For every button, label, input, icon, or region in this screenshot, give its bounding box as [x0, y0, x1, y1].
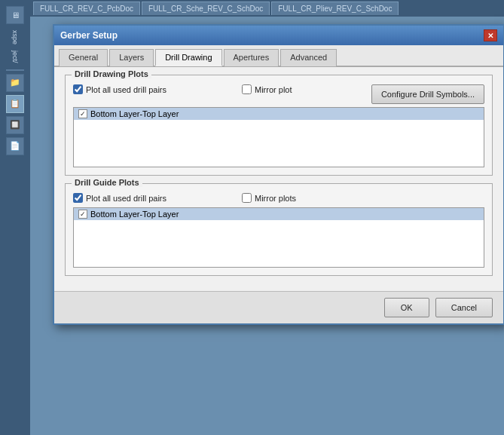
divider	[6, 69, 24, 71]
top-tab-1[interactable]: FULL_CR_REV_C_PcbDoc	[33, 2, 140, 15]
taskbar-icon-doc[interactable]: 📄	[6, 137, 24, 155]
list-item-checkbox	[78, 210, 87, 219]
guide-mirror-text: Mirror plots	[255, 194, 296, 203]
tab-apertures[interactable]: Apertures	[224, 49, 279, 66]
tab-advanced[interactable]: Advanced	[280, 49, 337, 66]
taskbar-icon-box[interactable]: 🔲	[6, 116, 24, 134]
gerber-setup-dialog: Gerber Setup ✕ General Layers Drill Draw…	[53, 24, 504, 325]
drill-guide-list[interactable]: Bottom Layer-Top Layer	[73, 207, 484, 268]
dialog-body: Drill Drawing Plots Plot all used drill …	[54, 67, 503, 291]
top-tabbar: FULL_CR_REV_C_PcbDoc FULL_CR_Sche_REV_C_…	[30, 0, 504, 17]
taskbar-icon-folder[interactable]: 📁	[6, 74, 24, 92]
tab-layers[interactable]: Layers	[109, 49, 154, 66]
dialog-overlay: Gerber Setup ✕ General Layers Drill Draw…	[30, 17, 504, 435]
configure-drill-symbols-button[interactable]: Configure Drill Symbols...	[371, 84, 484, 104]
plot-all-drills-label[interactable]: Plot all used drill pairs	[73, 84, 166, 94]
taskbar: 🖥 xspe ject/ 📁 📋 🔲 📄	[0, 0, 30, 435]
plot-all-drills-text: Plot all used drill pairs	[86, 85, 166, 94]
taskbar-icon-active[interactable]: 📋	[6, 95, 24, 113]
guide-plot-all-label[interactable]: Plot all used drill pairs	[73, 193, 166, 203]
close-button[interactable]: ✕	[484, 29, 497, 41]
list-item-text: Bottom Layer-Top Layer	[90, 109, 179, 118]
list-item-checkbox	[78, 109, 87, 118]
drill-drawing-group: Drill Drawing Plots Plot all used drill …	[65, 75, 493, 176]
guide-plot-all-checkbox[interactable]	[73, 193, 83, 203]
list-item[interactable]: Bottom Layer-Top Layer	[74, 208, 484, 220]
dialog-titlebar: Gerber Setup ✕	[54, 26, 503, 45]
list-item-text: Bottom Layer-Top Layer	[90, 210, 179, 219]
tab-general[interactable]: General	[59, 49, 108, 66]
dialog-footer: OK Cancel	[54, 291, 503, 323]
tab-drill-drawing[interactable]: Drill Drawing	[155, 49, 221, 66]
guide-mirror-checkbox[interactable]	[242, 193, 252, 203]
drill-guide-group: Drill Guide Plots Plot all used drill pa…	[65, 183, 493, 276]
drill-guide-group-label: Drill Guide Plots	[72, 178, 142, 187]
taskbar-label-project: ject/	[11, 51, 19, 63]
tabs-bar: General Layers Drill Drawing Apertures A…	[54, 45, 503, 67]
drill-drawing-list[interactable]: Bottom Layer-Top Layer	[73, 107, 484, 167]
ok-button[interactable]: OK	[384, 298, 429, 317]
guide-plot-all-text: Plot all used drill pairs	[86, 194, 166, 203]
mirror-plot-checkbox[interactable]	[242, 84, 252, 94]
top-tab-3[interactable]: FULL_CR_Pliev_REV_C_SchDoc	[271, 2, 399, 15]
taskbar-icon-1[interactable]: 🖥	[6, 6, 24, 24]
mirror-plot-text: Mirror plot	[255, 85, 292, 94]
taskbar-label-xspe: xspe	[11, 30, 19, 44]
drill-drawing-group-label: Drill Drawing Plots	[72, 69, 151, 78]
mirror-plot-label[interactable]: Mirror plot	[242, 84, 292, 94]
dialog-title: Gerber Setup	[60, 30, 118, 41]
top-tab-2[interactable]: FULL_CR_Sche_REV_C_SchDoc	[142, 2, 270, 15]
cancel-button[interactable]: Cancel	[435, 298, 493, 317]
plot-all-drills-checkbox[interactable]	[73, 84, 83, 94]
list-item[interactable]: Bottom Layer-Top Layer	[74, 108, 484, 120]
guide-mirror-label[interactable]: Mirror plots	[242, 193, 296, 203]
